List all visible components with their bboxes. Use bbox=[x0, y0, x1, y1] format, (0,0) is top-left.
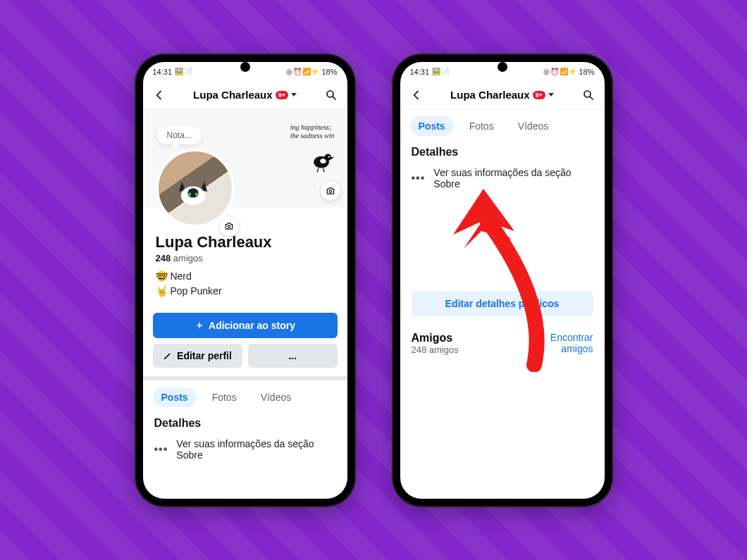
chevron-down-icon bbox=[291, 93, 297, 97]
edit-profile-button[interactable]: Editar perfil bbox=[153, 344, 242, 368]
svg-line-6 bbox=[317, 168, 319, 172]
phone-left: 14:31 🖼️ 📄 ◎ ⏰ 📶 ⚡ 18% Lupa Charleaux 9+ bbox=[136, 55, 354, 506]
ellipsis-icon: ••• bbox=[154, 443, 168, 456]
svg-line-15 bbox=[590, 97, 593, 99]
about-info-row[interactable]: ••• Ver suas informações da seção Sobre bbox=[400, 164, 605, 198]
screen-right: 14:31 🖼️ 📄 ◎ ⏰ 📶 ⚡ 18% Lupa Charleaux 9+ bbox=[400, 62, 605, 499]
status-time: 14:31 bbox=[410, 68, 430, 76]
details-heading: Detalhes bbox=[143, 414, 347, 435]
notification-badge: 9+ bbox=[533, 91, 545, 99]
svg-point-0 bbox=[327, 91, 333, 97]
profile-header: Lupa Charleaux 9+ bbox=[143, 82, 347, 109]
header-title-text: Lupa Charleaux bbox=[450, 89, 530, 101]
find-friends-text: Encontrar amigos bbox=[537, 332, 593, 356]
profile-avatar[interactable] bbox=[156, 149, 235, 228]
pencil-icon bbox=[163, 351, 173, 361]
about-row-text: Ver suas informações da seção Sobre bbox=[176, 438, 335, 461]
friends-heading: Amigos bbox=[412, 332, 459, 344]
friend-number: 248 bbox=[156, 253, 171, 263]
ellipsis-icon: ••• bbox=[412, 172, 426, 185]
more-options-button[interactable]: ... bbox=[248, 344, 338, 368]
about-row-text: Ver suas informações da seção Sobre bbox=[433, 167, 593, 189]
edit-public-details-button[interactable]: Editar detalhes públicos bbox=[412, 291, 593, 316]
bio-text-2: Pop Punker bbox=[170, 285, 221, 297]
svg-point-12 bbox=[195, 192, 198, 196]
profile-name: Lupa Charleaux bbox=[156, 233, 335, 251]
header-title[interactable]: Lupa Charleaux 9+ bbox=[430, 89, 575, 101]
quote-l1: ing happiness; bbox=[290, 123, 332, 131]
cover-quote: ing happiness; the sadness win bbox=[290, 123, 335, 141]
bio-line-1: 🤓 Nerd bbox=[156, 269, 335, 284]
back-icon[interactable] bbox=[409, 87, 424, 103]
status-time: 14:31 bbox=[153, 68, 173, 76]
cover-photo[interactable]: Nota... ing happiness; the sadness win bbox=[143, 109, 347, 208]
find-friends-link[interactable]: Encontrar amigos bbox=[537, 332, 593, 356]
status-right-icons: ◎ ⏰ 📶 ⚡ bbox=[543, 68, 576, 75]
svg-line-1 bbox=[333, 97, 335, 99]
battery-percent: 18% bbox=[321, 68, 337, 76]
tab-videos[interactable]: Vídeos bbox=[252, 387, 300, 407]
profile-tabs: Posts Fotos Vídeos bbox=[143, 380, 347, 414]
bird-icon bbox=[307, 144, 336, 174]
add-story-button[interactable]: ＋ Adicionar ao story bbox=[153, 313, 338, 338]
bio-line-2: 🤘 Pop Punker bbox=[156, 284, 335, 299]
tab-posts[interactable]: Posts bbox=[410, 116, 454, 136]
add-story-label: Adicionar ao story bbox=[209, 320, 295, 331]
camera-notch bbox=[498, 62, 507, 72]
chevron-down-icon bbox=[548, 93, 554, 97]
tab-posts[interactable]: Posts bbox=[153, 387, 197, 407]
friends-subtext: 248 amigos bbox=[412, 344, 459, 355]
screen-left: 14:31 🖼️ 📄 ◎ ⏰ 📶 ⚡ 18% Lupa Charleaux 9+ bbox=[143, 62, 347, 499]
phone-right: 14:31 🖼️ 📄 ◎ ⏰ 📶 ⚡ 18% Lupa Charleaux 9+ bbox=[393, 55, 612, 506]
tab-videos[interactable]: Vídeos bbox=[510, 116, 557, 136]
status-left-icons: 🖼️ 📄 bbox=[175, 68, 192, 75]
header-title[interactable]: Lupa Charleaux 9+ bbox=[173, 89, 318, 101]
more-icon: ... bbox=[288, 350, 297, 361]
svg-point-4 bbox=[324, 154, 331, 161]
plus-icon: ＋ bbox=[195, 319, 204, 332]
svg-line-7 bbox=[323, 168, 324, 172]
bio-text-1: Nerd bbox=[170, 270, 191, 282]
profile-info: Lupa Charleaux 248 amigos 🤓 Nerd 🤘 Pop P… bbox=[143, 208, 347, 306]
camera-notch bbox=[240, 62, 250, 72]
friend-label: amigos bbox=[173, 253, 203, 263]
edit-cover-camera-icon[interactable] bbox=[321, 181, 340, 201]
svg-point-13 bbox=[228, 225, 230, 228]
search-icon[interactable] bbox=[581, 87, 596, 103]
profile-tabs: Posts Fotos Vídeos bbox=[400, 109, 605, 143]
cat-icon bbox=[176, 178, 210, 206]
quote-l2: the sadness win bbox=[290, 132, 335, 139]
status-left-icons: 🖼️ 📄 bbox=[432, 68, 449, 75]
friends-section: Amigos 248 amigos Encontrar amigos bbox=[400, 325, 605, 363]
emoji-rock: 🤘 bbox=[156, 285, 168, 297]
about-info-row[interactable]: ••• Ver suas informações da seção Sobre bbox=[143, 435, 347, 469]
battery-percent: 18% bbox=[579, 68, 594, 76]
profile-header: Lupa Charleaux 9+ bbox=[400, 82, 605, 109]
tab-photos[interactable]: Fotos bbox=[204, 387, 245, 407]
friend-count[interactable]: 248 amigos bbox=[156, 253, 335, 263]
search-icon[interactable] bbox=[323, 87, 339, 103]
edit-profile-label: Editar perfil bbox=[177, 350, 232, 361]
svg-point-5 bbox=[328, 156, 329, 157]
details-heading: Detalhes bbox=[400, 143, 605, 164]
notification-badge: 9+ bbox=[276, 91, 288, 99]
status-right-icons: ◎ ⏰ 📶 ⚡ bbox=[286, 68, 319, 75]
nota-bubble[interactable]: Nota... bbox=[157, 126, 202, 144]
svg-point-14 bbox=[584, 91, 591, 97]
tab-photos[interactable]: Fotos bbox=[461, 116, 502, 136]
spacer bbox=[400, 198, 605, 282]
header-title-text: Lupa Charleaux bbox=[193, 89, 273, 101]
svg-point-11 bbox=[189, 192, 192, 196]
edit-avatar-camera-icon[interactable] bbox=[219, 216, 239, 236]
svg-point-8 bbox=[329, 189, 332, 192]
back-icon[interactable] bbox=[152, 87, 167, 103]
profile-actions: ＋ Adicionar ao story Editar perfil ... bbox=[143, 306, 347, 376]
emoji-nerd: 🤓 bbox=[156, 270, 168, 282]
